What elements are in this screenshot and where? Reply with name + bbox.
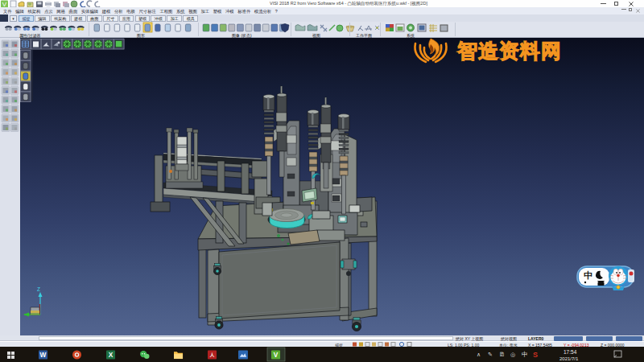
svg-text:∧: ∧	[477, 352, 481, 357]
svg-text:✎: ✎	[488, 352, 493, 357]
svg-text:X: X	[109, 352, 114, 359]
svg-text:S: S	[533, 351, 538, 359]
svg-text:◎: ◎	[510, 352, 515, 357]
svg-text:🖹: 🖹	[499, 352, 505, 357]
svg-text:17:54: 17:54	[564, 349, 577, 355]
svg-text:2021/7/1: 2021/7/1	[559, 356, 579, 361]
svg-text:中: 中	[584, 270, 592, 280]
svg-text:W: W	[40, 352, 47, 359]
svg-text:中: 中	[522, 351, 528, 358]
svg-text:V: V	[274, 352, 279, 359]
svg-text:Z: Z	[37, 286, 40, 292]
svg-text:人: 人	[209, 352, 215, 358]
